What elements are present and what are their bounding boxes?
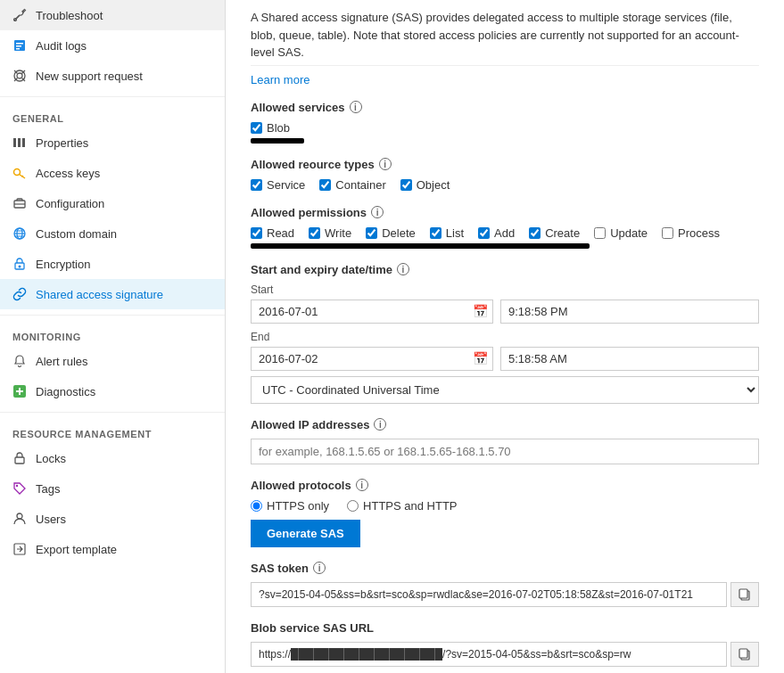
- process-checkbox[interactable]: [662, 227, 673, 239]
- lock-icon: [12, 257, 27, 271]
- ip-input[interactable]: [251, 439, 759, 464]
- allowed-permissions-info[interactable]: i: [371, 206, 384, 218]
- datetime-info[interactable]: i: [397, 263, 409, 275]
- sidebar: Troubleshoot Audit logs New support requ…: [0, 0, 226, 673]
- service-checkbox[interactable]: [251, 179, 262, 191]
- end-time-input[interactable]: [500, 347, 759, 371]
- svg-rect-34: [739, 589, 747, 598]
- allowed-resource-types-section: Allowed reource types i Service Containe…: [251, 158, 759, 192]
- add-checkbox-label[interactable]: Add: [478, 226, 515, 240]
- sidebar-item-audit-logs[interactable]: Audit logs: [0, 30, 225, 61]
- https-only-label[interactable]: HTTPS only: [251, 499, 329, 513]
- svg-rect-36: [739, 649, 747, 658]
- create-checkbox[interactable]: [529, 227, 541, 239]
- allowed-ip-section: Allowed IP addresses i: [251, 418, 759, 464]
- blob-url-section: Blob service SAS URL: [251, 621, 759, 667]
- https-http-label[interactable]: HTTPS and HTTP: [347, 499, 457, 513]
- export-icon: [12, 542, 27, 556]
- log-icon: [12, 38, 27, 53]
- sidebar-item-configuration-label: Configuration: [36, 197, 104, 210]
- sidebar-item-users[interactable]: Users: [0, 504, 225, 534]
- allowed-services-info[interactable]: i: [350, 101, 362, 113]
- lock2-icon: [12, 451, 27, 465]
- process-checkbox-label[interactable]: Process: [662, 226, 720, 240]
- sidebar-item-diagnostics[interactable]: Diagnostics: [0, 376, 225, 406]
- start-date-row: 📅: [251, 300, 759, 324]
- object-checkbox-label[interactable]: Object: [400, 178, 450, 192]
- allowed-services-options: Blob: [251, 121, 759, 135]
- list-checkbox-label[interactable]: List: [430, 226, 464, 240]
- https-http-radio[interactable]: [347, 500, 359, 512]
- end-cal-icon[interactable]: 📅: [473, 351, 488, 365]
- allowed-permissions-options: Read Write Delete List Add Create: [251, 226, 759, 240]
- read-checkbox[interactable]: [251, 227, 262, 239]
- sas-token-input[interactable]: [251, 582, 727, 607]
- bars-icon: [12, 135, 27, 150]
- blob-url-input[interactable]: [251, 642, 727, 667]
- section-general: GENERAL: [0, 103, 225, 127]
- delete-checkbox[interactable]: [366, 227, 377, 239]
- create-checkbox-label[interactable]: Create: [529, 226, 580, 240]
- sidebar-item-shared-access[interactable]: Shared access signature: [0, 279, 225, 309]
- service-checkbox-label[interactable]: Service: [251, 178, 305, 192]
- start-time-input[interactable]: [500, 300, 759, 324]
- svg-rect-13: [22, 138, 25, 147]
- sidebar-item-alert-rules[interactable]: Alert rules: [0, 346, 225, 376]
- sidebar-item-new-support[interactable]: New support request: [0, 61, 225, 91]
- write-checkbox-label[interactable]: Write: [309, 226, 351, 240]
- sidebar-item-access-keys[interactable]: Access keys: [0, 158, 225, 188]
- section-monitoring: MONITORING: [0, 321, 225, 346]
- start-date-input[interactable]: [251, 300, 493, 324]
- generate-sas-button[interactable]: Generate SAS: [251, 520, 360, 547]
- end-date-input[interactable]: [251, 347, 493, 371]
- blob-checkbox-label[interactable]: Blob: [251, 121, 290, 135]
- sidebar-item-custom-domain[interactable]: Custom domain: [0, 218, 225, 249]
- allowed-resource-types-title: Allowed reource types i: [251, 158, 759, 171]
- learn-more-link[interactable]: Learn more: [251, 73, 309, 86]
- list-checkbox[interactable]: [430, 227, 442, 239]
- start-cal-icon[interactable]: 📅: [473, 304, 488, 318]
- svg-rect-2: [16, 43, 23, 45]
- allowed-ip-info[interactable]: i: [374, 418, 386, 431]
- redacted-bar-2: [251, 243, 590, 249]
- timezone-select[interactable]: UTC - Coordinated Universal Time: [251, 376, 759, 404]
- copy-icon: [738, 587, 752, 602]
- copy2-icon: [738, 647, 752, 661]
- datetime-title: Start and expiry date/time i: [251, 263, 759, 276]
- add-checkbox[interactable]: [478, 227, 490, 239]
- sas-token-section: SAS token i: [251, 562, 759, 607]
- protocols-radio-row: HTTPS only HTTPS and HTTP: [251, 499, 759, 513]
- sidebar-item-access-keys-label: Access keys: [36, 167, 100, 180]
- svg-point-6: [17, 73, 22, 78]
- bell-icon: [12, 354, 27, 368]
- start-label: Start: [251, 283, 759, 296]
- https-only-radio[interactable]: [251, 500, 262, 512]
- svg-rect-11: [13, 138, 16, 147]
- sas-token-row: [251, 582, 759, 607]
- blob-checkbox[interactable]: [251, 122, 262, 134]
- sas-token-info[interactable]: i: [313, 562, 326, 574]
- allowed-protocols-info[interactable]: i: [356, 479, 368, 491]
- allowed-resource-types-info[interactable]: i: [379, 158, 392, 170]
- sidebar-item-properties[interactable]: Properties: [0, 127, 225, 158]
- container-checkbox[interactable]: [319, 179, 331, 191]
- sidebar-item-tags[interactable]: Tags: [0, 473, 225, 504]
- sidebar-item-troubleshoot[interactable]: Troubleshoot: [0, 0, 225, 30]
- write-checkbox[interactable]: [309, 227, 320, 239]
- sidebar-item-configuration[interactable]: Configuration: [0, 188, 225, 218]
- update-checkbox-label[interactable]: Update: [594, 226, 648, 240]
- allowed-permissions-title: Allowed permissions i: [251, 206, 759, 219]
- sidebar-item-encryption[interactable]: Encryption: [0, 249, 225, 279]
- sidebar-item-locks[interactable]: Locks: [0, 443, 225, 473]
- update-checkbox[interactable]: [594, 227, 606, 239]
- delete-checkbox-label[interactable]: Delete: [366, 226, 416, 240]
- main-content: A Shared access signature (SAS) provides…: [226, 0, 784, 673]
- allowed-resource-types-options: Service Container Object: [251, 178, 759, 192]
- container-checkbox-label[interactable]: Container: [319, 178, 385, 192]
- object-checkbox[interactable]: [400, 179, 412, 191]
- blob-url-copy-button[interactable]: [730, 642, 759, 667]
- svg-point-30: [16, 485, 18, 487]
- sas-token-copy-button[interactable]: [730, 582, 759, 607]
- read-checkbox-label[interactable]: Read: [251, 226, 294, 240]
- sidebar-item-export-template[interactable]: Export template: [0, 534, 225, 564]
